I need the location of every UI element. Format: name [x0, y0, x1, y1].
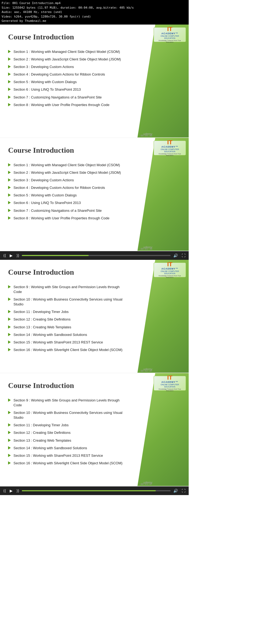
- list-item: Section 3 : Developing Custom Actions: [8, 64, 127, 69]
- timestamp-2: 00:01:39: [141, 248, 152, 250]
- arrow-icon: [8, 298, 11, 301]
- arrow-icon: [8, 423, 11, 427]
- section-label: Section 15 : Working with SharePoint 201…: [13, 453, 103, 458]
- section-label: Section 13 : Creating Web Templates: [13, 438, 71, 443]
- video-controls-bottom[interactable]: ⟨⟨ ▶ ⟩⟩ 🔊 ⛶: [0, 486, 189, 495]
- list-item: Section 1 : Working with Managed Client …: [8, 163, 127, 168]
- arrow-icon: [8, 201, 11, 204]
- list-item: Section 16 : Working with Silverlight Cl…: [8, 347, 127, 352]
- list-item: Section 9 : Working with Site Groups and…: [8, 398, 127, 408]
- logo-subtitle-1: ONLINE COMPUTER EDUCATION: [155, 35, 185, 40]
- panel-4-content: Course Introduction Section 9 : Working …: [0, 373, 135, 477]
- rewind-button[interactable]: ⟨⟨: [2, 253, 7, 258]
- arrow-icon: [8, 348, 11, 351]
- panel-1-title: Course Introduction: [8, 33, 127, 41]
- arrow-icon: [8, 285, 11, 288]
- progress-bar[interactable]: [22, 255, 171, 256]
- arrow-icon: [8, 216, 11, 220]
- section-list-3: Section 9 : Working with Site Groups and…: [8, 285, 127, 353]
- forward-button-b[interactable]: ⟩⟩: [15, 488, 20, 493]
- section-label: Section 6 : Using LINQ To SharePoint 201…: [13, 87, 81, 92]
- section-label: Section 9 : Working with Site Groups and…: [13, 285, 127, 294]
- section-label: Section 10 : Working with Business Conne…: [13, 410, 127, 420]
- arrow-icon: [8, 73, 11, 76]
- section-label: Section 14 : Working with Sandboxed Solu…: [13, 446, 87, 451]
- section-label: Section 2 : Working with JavaScript Clie…: [13, 170, 121, 175]
- section-label: Section 13 : Creating Web Templates: [13, 325, 71, 330]
- logo-academy-4: ACADEMY™: [161, 381, 178, 384]
- panel-2-title: Course Introduction: [8, 146, 127, 155]
- logo-it-4: IT: [167, 375, 172, 381]
- timestamp-1: 00:00:49: [141, 134, 152, 137]
- fullscreen-button-b[interactable]: ⛶: [181, 488, 187, 493]
- section-label: Section 8 : Working with User Profile Pr…: [13, 103, 109, 107]
- progress-bar-b[interactable]: [22, 490, 171, 491]
- list-item: Section 1 : Working with Managed Client …: [8, 49, 127, 54]
- play-button-b[interactable]: ▶: [9, 488, 14, 493]
- panel-2-content: Course Introduction Section 1 : Working …: [0, 138, 135, 232]
- arrow-icon: [8, 103, 11, 106]
- arrow-icon: [8, 65, 11, 68]
- arrow-icon: [8, 193, 11, 197]
- section-label: Section 4 : Developing Custom Actions fo…: [13, 185, 105, 190]
- section-label: Section 12 : Creating Site Definitions: [13, 430, 71, 435]
- logo-badge-3: IT ACADEMY™ ONLINE COMPUTER EDUCATION Kn…: [154, 263, 186, 277]
- timestamp-3: 00:02:47: [141, 370, 152, 372]
- section-list-4: Section 9 : Working with Site Groups and…: [8, 398, 127, 466]
- section-label: Section 11 : Developing Timer Jobs: [13, 423, 69, 428]
- arrow-icon: [8, 439, 11, 442]
- progress-fill: [22, 255, 89, 256]
- section-label: Section 16 : Working with Silverlight Cl…: [13, 461, 122, 466]
- arrow-icon: [8, 325, 11, 329]
- forward-button[interactable]: ⟩⟩: [15, 253, 20, 258]
- section-label: Section 1 : Working with Managed Client …: [13, 49, 120, 54]
- panel-1: Course Introduction Section 1 : Working …: [0, 25, 189, 138]
- fullscreen-button[interactable]: ⛶: [181, 253, 187, 258]
- list-item: Section 9 : Working with Site Groups and…: [8, 285, 127, 294]
- list-item: Section 11 : Developing Timer Jobs: [8, 309, 127, 314]
- logo-tagline-4: Knowledge Treasure from True Educators: [155, 388, 185, 391]
- arrow-icon: [8, 209, 11, 212]
- arrow-icon: [8, 318, 11, 321]
- list-item: Section 16 : Working with Silverlight Cl…: [8, 461, 127, 466]
- play-button[interactable]: ▶: [9, 253, 14, 258]
- logo-it-3: IT: [167, 261, 172, 267]
- arrow-icon: [8, 446, 11, 449]
- section-label: Section 15 : Working with SharePoint 201…: [13, 340, 103, 345]
- list-item: Section 10 : Working with Business Conne…: [8, 410, 127, 420]
- panel-2: Course Introduction Section 1 : Working …: [0, 138, 189, 251]
- video-controls[interactable]: ⟨⟨ ▶ ⟩⟩ 🔊 ⛶: [0, 251, 189, 260]
- logo-badge-2: IT ACADEMY™ ONLINE COMPUTER EDUCATION Kn…: [154, 141, 186, 155]
- file-info-line2: Size: 1255042 bytes (11.97 MiB), duratio…: [2, 6, 187, 10]
- section-label: Section 7 : Customizing Navigations of a…: [13, 208, 102, 213]
- arrow-icon: [8, 333, 11, 336]
- panel-1-content: Course Introduction Section 1 : Working …: [0, 25, 135, 118]
- list-item: Section 3 : Developing Custom Actions: [8, 178, 127, 183]
- arrow-icon: [8, 310, 11, 313]
- logo-academy-1: ACADEMY™: [161, 32, 178, 35]
- arrow-icon: [8, 96, 11, 99]
- list-item: Section 15 : Working with SharePoint 201…: [8, 340, 127, 345]
- file-info-line1: File: 001 Course Introduction.mp4: [2, 1, 187, 6]
- list-item: Section 8 : Working with User Profile Pr…: [8, 216, 127, 221]
- volume-button-b[interactable]: 🔊: [172, 488, 179, 493]
- logo-subtitle-2: ONLINE COMPUTER EDUCATION: [155, 148, 185, 153]
- arrow-icon: [8, 431, 11, 434]
- rewind-button-b[interactable]: ⟨⟨: [2, 488, 7, 493]
- volume-button[interactable]: 🔊: [172, 253, 179, 258]
- list-item: Section 13 : Creating Web Templates: [8, 438, 127, 443]
- section-label: Section 9 : Working with Site Groups and…: [13, 398, 127, 408]
- file-info-line5: Generated by Thumbnail.me: [2, 19, 187, 23]
- logo-badge-1: IT ACADEMY™ ONLINE COMPUTER EDUCATION Kn…: [154, 27, 186, 42]
- logo-subtitle-4: ONLINE COMPUTER EDUCATION: [155, 384, 185, 388]
- section-label: Section 11 : Developing Timer Jobs: [13, 309, 69, 314]
- section-label: Section 4 : Developing Custom Actions fo…: [13, 72, 105, 77]
- logo-tagline-3: Knowledge Treasure from True Educators: [155, 275, 185, 278]
- arrow-icon: [8, 57, 11, 61]
- section-label: Section 8 : Working with User Profile Pr…: [13, 216, 109, 221]
- list-item: Section 4 : Developing Custom Actions fo…: [8, 72, 127, 77]
- list-item: Section 7 : Customizing Navigations of a…: [8, 208, 127, 213]
- list-item: Section 14 : Working with Sandboxed Solu…: [8, 446, 127, 451]
- list-item: Section 13 : Creating Web Templates: [8, 325, 127, 330]
- section-label: Section 14 : Working with Sandboxed Solu…: [13, 332, 87, 337]
